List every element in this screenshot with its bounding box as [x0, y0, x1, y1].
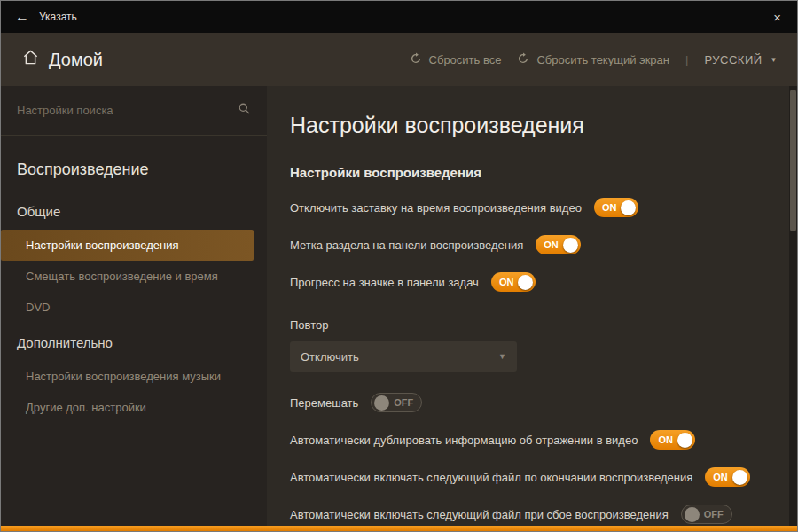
toggle-knob — [518, 275, 533, 290]
reset-all-button[interactable]: Сбросить все — [410, 52, 502, 67]
scrollbar-thumb[interactable] — [790, 90, 796, 231]
toggle-state-label: ON — [708, 473, 728, 482]
setting-row: Отключить заставку на время воспроизведе… — [290, 198, 767, 217]
toggle-knob — [621, 200, 636, 215]
search-icon — [238, 102, 251, 119]
setting-row: Прогресс на значке в панели задачON — [290, 272, 767, 292]
home-heading[interactable]: Домой — [22, 49, 103, 70]
sidebar-item[interactable]: Другие доп. настройки — [1, 392, 254, 423]
setting-label: Повтор — [290, 318, 328, 332]
header: Домой Сбросить все Сбросить текущий экра… — [1, 33, 797, 86]
toggle-switch[interactable]: OFF — [371, 393, 422, 412]
toggle-switch[interactable]: OFF — [681, 505, 732, 524]
toggle-state-label: ON — [494, 278, 514, 287]
setting-label: Автоматически включать следующий файл пр… — [290, 508, 669, 521]
search-bar — [1, 86, 267, 136]
toggle-knob — [685, 507, 700, 522]
page-title: Домой — [49, 50, 103, 70]
reset-screen-button[interactable]: Сбросить текущий экран — [517, 52, 669, 67]
setting-row: Автоматически дублировать информацию об … — [290, 430, 767, 450]
sidebar-section-title: Воспроизведение — [1, 136, 267, 192]
header-actions: Сбросить все Сбросить текущий экран | РУ… — [410, 52, 778, 67]
setting-label: Отключить заставку на время воспроизведе… — [290, 201, 582, 215]
reset-icon — [517, 52, 529, 67]
sidebar-group-heading: Дополнительно — [1, 323, 267, 361]
chevron-down-icon: ▼ — [498, 352, 506, 361]
language-selector[interactable]: РУССКИЙ ▼ — [704, 53, 778, 66]
settings-content: Настройки воспроизведения Настройки восп… — [267, 86, 797, 526]
toggle-state-label: OFF — [704, 510, 729, 520]
reset-icon — [410, 52, 422, 67]
setting-row: Автоматически включать следующий файл по… — [290, 467, 767, 487]
content-subtitle: Настройки воспроизведения — [290, 165, 767, 180]
setting-row: Автоматически включать следующий файл пр… — [290, 505, 767, 524]
toggle-switch[interactable]: ON — [705, 467, 750, 487]
repeat-dropdown[interactable]: Отключить▼ — [290, 341, 517, 372]
sidebar-item[interactable]: Настройки воспроизведения — [1, 230, 254, 261]
back-button[interactable]: ← Указать — [1, 1, 91, 33]
separator: | — [685, 53, 688, 66]
toggle-switch[interactable]: ON — [594, 198, 639, 217]
toggle-switch[interactable]: ON — [650, 430, 695, 450]
reset-all-label: Сбросить все — [429, 53, 502, 66]
close-icon: × — [773, 10, 781, 25]
dropdown-value: Отключить — [301, 350, 359, 364]
close-button[interactable]: × — [757, 1, 797, 33]
vertical-scrollbar[interactable] — [789, 86, 797, 526]
toggle-state-label: ON — [597, 203, 617, 213]
sidebar-item[interactable]: Смещать воспроизведение и время — [1, 261, 254, 292]
toggle-knob — [563, 238, 578, 253]
setting-label: Автоматически дублировать информацию об … — [290, 434, 638, 447]
toggle-switch[interactable]: ON — [491, 272, 536, 292]
toggle-state-label: OFF — [394, 398, 419, 408]
bottom-accent-bar — [1, 526, 797, 531]
setting-row: Повтор — [290, 315, 767, 334]
app-window: ← Указать × Домой Сбросить все — [0, 0, 798, 532]
sidebar-group-heading: Общие — [1, 192, 267, 230]
titlebar: ← Указать × — [1, 1, 797, 33]
home-icon — [22, 49, 39, 70]
sidebar-item[interactable]: Настройки воспроизведения музыки — [1, 361, 254, 392]
sidebar-item[interactable]: DVD — [1, 292, 254, 323]
toggle-switch[interactable]: ON — [536, 235, 581, 254]
setting-row: ПеремешатьOFF — [290, 393, 767, 412]
setting-label: Прогресс на значке в панели задач — [290, 276, 479, 289]
setting-label: Перемешать — [290, 396, 358, 410]
setting-label: Автоматически включать следующий файл по… — [290, 471, 692, 484]
toggle-state-label: ON — [538, 240, 559, 250]
toggle-knob — [677, 433, 692, 448]
toggle-knob — [374, 395, 389, 411]
main-body: ВоспроизведениеОбщиеНастройки воспроизве… — [1, 86, 797, 526]
sidebar: ВоспроизведениеОбщиеНастройки воспроизве… — [1, 86, 267, 526]
reset-screen-label: Сбросить текущий экран — [536, 53, 669, 66]
chevron-down-icon: ▼ — [771, 56, 778, 64]
back-label: Указать — [39, 11, 77, 23]
toggle-state-label: ON — [653, 435, 673, 445]
sidebar-nav: ВоспроизведениеОбщиеНастройки воспроизве… — [1, 136, 267, 423]
toggle-knob — [732, 470, 747, 485]
settings-list: Отключить заставку на время воспроизведе… — [290, 198, 767, 524]
language-label: РУССКИЙ — [704, 53, 762, 66]
setting-label: Метка раздела на панели воспроизведения — [290, 239, 523, 252]
setting-row: Метка раздела на панели воспроизведенияO… — [290, 235, 767, 254]
back-arrow-icon: ← — [15, 10, 29, 24]
content-title: Настройки воспроизведения — [290, 113, 767, 138]
search-input[interactable] — [17, 104, 229, 117]
